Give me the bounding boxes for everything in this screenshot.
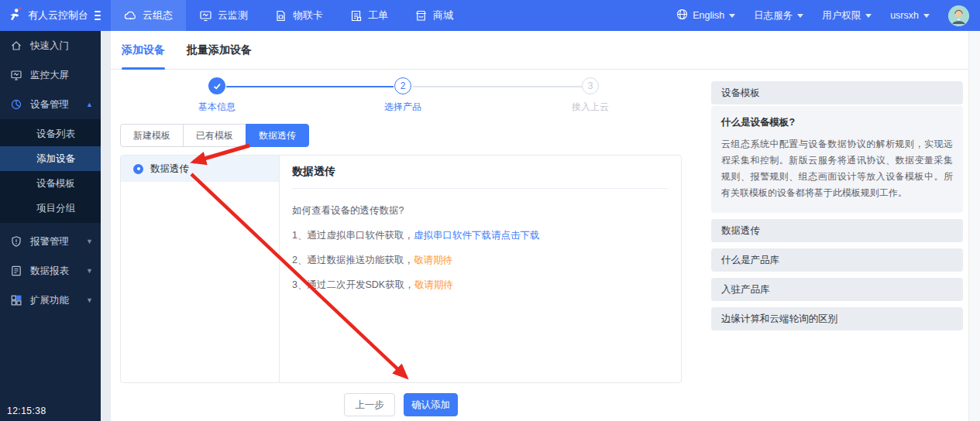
cloud-icon — [124, 9, 137, 22]
help-section-device-template[interactable]: 设备模板 — [711, 81, 963, 104]
nav-item-iot-sim[interactable]: 物联卡 — [261, 0, 336, 31]
device-gauge-icon — [10, 98, 22, 111]
coming-soon-label: 敬请期待 — [414, 255, 452, 265]
help-section-data-passthrough[interactable]: 数据透传 — [711, 219, 963, 242]
work-order-icon — [349, 9, 363, 22]
chevron-down-icon — [797, 14, 803, 18]
template-tab-new[interactable]: 新建模板 — [120, 124, 184, 147]
nav-item-cloud-scada[interactable]: 云组态 — [111, 0, 186, 31]
sidebar-item-monitor-screen[interactable]: 监控大屏 — [0, 60, 101, 90]
sidebar-item-quick-start[interactable]: 快速入门 — [0, 31, 101, 60]
log-service-menu[interactable]: 日志服务 — [754, 9, 803, 22]
chevron-down-icon — [865, 14, 872, 18]
step-select-product: 2 选择产品 — [356, 77, 449, 114]
help-question: 什么是设备模板? — [721, 116, 953, 129]
chevron-down-icon — [923, 14, 930, 18]
help-section-what-is-product-library[interactable]: 什么是产品库 — [711, 248, 963, 272]
username-menu[interactable]: usrsxh — [890, 10, 930, 21]
sidebar-item-device-template[interactable]: 设备模板 — [0, 171, 101, 196]
nav-item-cloud-monitor[interactable]: 云监测 — [186, 0, 261, 31]
report-icon — [10, 265, 22, 277]
help-answer: 云组态系统中配置与设备数据协议的解析规则，实现远程采集和控制。新版云服务将通讯协… — [721, 136, 953, 201]
sidebar-item-device-management[interactable]: 设备管理 ▲ — [0, 90, 101, 119]
sidebar-item-device-list[interactable]: 设备列表 — [0, 122, 101, 146]
globe-icon — [676, 9, 688, 22]
content-item-3: 3、通过二次开发SDK获取，敬请期待 — [292, 279, 669, 292]
content-title: 数据透传 — [292, 165, 669, 179]
sidebar-item-add-device[interactable]: 添加设备 — [0, 146, 101, 171]
monitor-icon — [199, 9, 212, 22]
device-management-submenu: 设备列表 添加设备 设备模板 项目分组 — [0, 119, 101, 223]
chevron-down-icon — [729, 14, 735, 18]
template-tab-existing[interactable]: 已有模板 — [183, 124, 246, 147]
option-list: 数据透传 — [121, 156, 280, 382]
step-basic-info: 基本信息 — [170, 77, 263, 114]
help-section-device-template-body: 什么是设备模板? 云组态系统中配置与设备数据协议的解析规则，实现远程采集和控制。… — [711, 106, 963, 213]
sidebar-item-alarm-management[interactable]: 报警管理 ▼ — [0, 227, 101, 256]
app-title: 有人云控制台 — [28, 9, 88, 22]
usr-logo-icon — [8, 7, 22, 25]
help-panel: 设备模板 什么是设备模板? 云组态系统中配置与设备数据协议的解析规则，实现远程采… — [711, 81, 963, 330]
page-tabs: 添加设备 批量添加设备 — [111, 31, 968, 70]
menu-toggle-icon[interactable] — [95, 11, 101, 20]
top-navbar: 有人云控制台 云组态 云监测 — [0, 0, 980, 31]
tab-add-device[interactable]: 添加设备 — [122, 31, 165, 70]
store-icon — [414, 9, 428, 22]
chevron-down-icon: ▼ — [86, 238, 93, 245]
step-connect-cloud: 3 接入上云 — [544, 77, 637, 114]
content-item-2: 2、通过数据推送功能获取，敬请期待 — [292, 254, 669, 267]
content-question: 如何查看设备的透传数据? — [292, 204, 669, 217]
template-type-switch: 新建模板 已有模板 数据透传 — [120, 124, 309, 147]
step-check-icon — [208, 77, 225, 94]
chevron-down-icon: ▼ — [86, 296, 93, 304]
radio-selected-icon[interactable] — [133, 164, 143, 174]
template-tab-passthrough[interactable]: 数据透传 — [246, 124, 309, 147]
user-permission-menu[interactable]: 用户权限 — [822, 9, 872, 22]
previous-step-button[interactable]: 上一步 — [344, 393, 395, 416]
brand[interactable]: 有人云控制台 — [0, 0, 101, 31]
coming-soon-label: 敬请期待 — [414, 279, 453, 290]
passthrough-panel: 数据透传 数据透传 如何查看设备的透传数据? 1、通过虚拟串口软件获取，虚拟串口… — [120, 155, 682, 383]
tab-batch-add-device[interactable]: 批量添加设备 — [187, 31, 252, 70]
main-area: 添加设备 批量添加设备 基本信息 2 选择产品 3 接入上云 新建模板 已有模板… — [101, 31, 980, 421]
alarm-icon — [10, 235, 22, 248]
chevron-up-icon: ▲ — [86, 101, 93, 108]
help-section-edge-vs-cloud-polling[interactable]: 边缘计算和云端轮询的区别 — [711, 307, 963, 330]
confirm-add-button[interactable]: 确认添加 — [404, 393, 458, 416]
sim-card-icon — [274, 9, 287, 22]
divider — [292, 188, 669, 189]
avatar[interactable] — [948, 5, 969, 26]
top-nav: 云组态 云监测 物联卡 — [111, 0, 466, 31]
help-section-join-product-library[interactable]: 入驻产品库 — [711, 278, 963, 301]
sidebar-item-project-group[interactable]: 项目分组 — [0, 196, 101, 221]
wizard-footer: 上一步 确认添加 — [120, 393, 682, 416]
option-data-passthrough[interactable]: 数据透传 — [121, 156, 279, 182]
topbar-right: English 日志服务 用户权限 usrsxh — [676, 5, 980, 26]
stepper: 基本信息 2 选择产品 3 接入上云 — [101, 70, 689, 116]
content-item-1: 1、通过虚拟串口软件获取，虚拟串口软件下载请点击下载 — [292, 229, 669, 242]
big-screen-icon — [10, 69, 22, 81]
sidebar-timestamp: 12:15:38 — [7, 406, 46, 416]
language-selector[interactable]: English — [676, 9, 735, 22]
download-link[interactable]: 虚拟串口软件下载请点击下载 — [414, 230, 540, 241]
sidebar-item-data-report[interactable]: 数据报表 ▼ — [0, 256, 101, 286]
chevron-down-icon: ▼ — [86, 267, 93, 275]
passthrough-content: 数据透传 如何查看设备的透传数据? 1、通过虚拟串口软件获取，虚拟串口软件下载请… — [280, 156, 681, 382]
sidebar: 快速入门 监控大屏 设备管理 ▲ 设备列表 添加设备 设备模板 项目分组 报警管… — [0, 31, 101, 421]
nav-item-mall[interactable]: 商城 — [401, 0, 466, 31]
apps-grid-icon — [10, 294, 22, 306]
home-icon — [10, 39, 22, 52]
sidebar-item-extended-functions[interactable]: 扩展功能 ▼ — [0, 286, 101, 315]
nav-item-work-order[interactable]: 工单 — [336, 0, 401, 31]
scrollbar[interactable] — [968, 31, 980, 421]
